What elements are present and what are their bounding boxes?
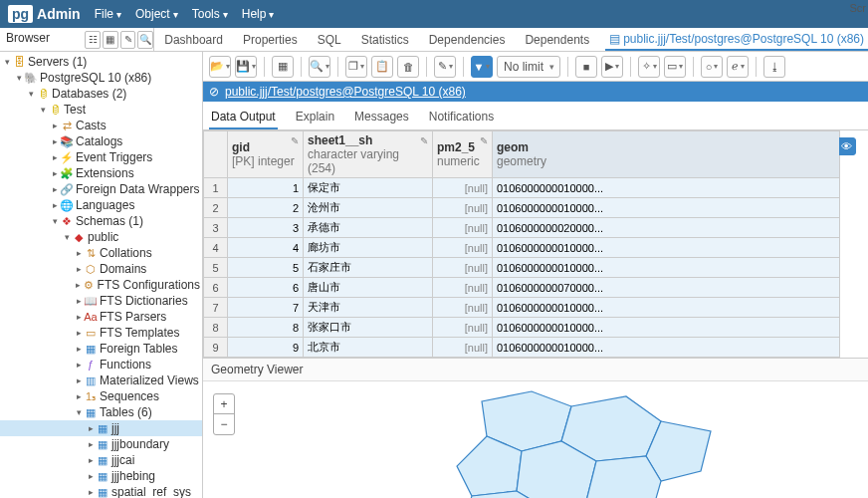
tree-fts-conf[interactable]: ▸⚙FTS Configurations (0, 277, 202, 293)
cell-geom[interactable]: 0106000000010000... (493, 238, 840, 258)
col-geom[interactable]: geomgeometry (493, 131, 840, 178)
tree-script-icon[interactable]: ✎ (120, 31, 136, 49)
execute-button[interactable]: ▶ (601, 56, 623, 78)
paste-button[interactable]: 📋 (371, 56, 393, 78)
table-row[interactable]: 33承德市[null]0106000000020000... (204, 218, 840, 238)
cell-pm25[interactable]: [null] (433, 218, 493, 238)
tree-casts[interactable]: ▸⇄Casts (0, 118, 202, 133)
cell-rownum[interactable]: 6 (204, 278, 228, 298)
cell-gid[interactable]: 7 (228, 298, 304, 318)
rtab-data-output[interactable]: Data Output (209, 106, 278, 129)
cell-pm25[interactable]: [null] (433, 238, 493, 258)
cell-gid[interactable]: 4 (228, 238, 304, 258)
tree-db-test[interactable]: ▾🛢Test (0, 102, 202, 118)
tree-tables[interactable]: ▾▦Tables (6) (0, 404, 202, 420)
cell-gid[interactable]: 9 (228, 338, 304, 358)
cell-pm25[interactable]: [null] (433, 318, 493, 338)
cell-pm25[interactable]: [null] (433, 298, 493, 318)
table-row[interactable]: 11保定市[null]0106000000010000... (204, 178, 840, 198)
tree-fts-templates[interactable]: ▸▭FTS Templates (0, 325, 202, 341)
cell-gid[interactable]: 1 (228, 178, 304, 198)
tree-grid-icon[interactable]: ▦ (103, 31, 118, 49)
cell-rownum[interactable]: 9 (204, 338, 228, 358)
tree-databases[interactable]: ▾🛢Databases (2) (0, 86, 202, 102)
cell-rownum[interactable]: 5 (204, 258, 228, 278)
cell-rownum[interactable]: 7 (204, 298, 228, 318)
tree-table-jjjcai[interactable]: ▸▦jjjcai (0, 452, 202, 468)
cell-rownum[interactable]: 2 (204, 198, 228, 218)
tree-mat-views[interactable]: ▸▥Materialized Views (0, 373, 202, 388)
tree-table-jjjhebing[interactable]: ▸▦jjjhebing (0, 468, 202, 484)
table-row[interactable]: 66唐山市[null]0106000000070000... (204, 278, 840, 298)
cell-gid[interactable]: 6 (228, 278, 304, 298)
data-grid[interactable]: ✎gid[PK] integer ✎sheet1__shcharacter va… (203, 130, 840, 358)
menu-file[interactable]: File▾ (95, 7, 121, 21)
row-limit-select[interactable]: No limit (497, 56, 560, 78)
cell-pm25[interactable]: [null] (433, 278, 493, 298)
cell-geom[interactable]: 0106000000010000... (493, 338, 840, 358)
cell-pm25[interactable]: [null] (433, 178, 493, 198)
commit-button[interactable]: ▭ (664, 56, 686, 78)
delete-button[interactable]: 🗑 (397, 56, 419, 78)
tree-event-triggers[interactable]: ▸⚡Event Triggers (0, 149, 202, 165)
tab-query-editor[interactable]: ▤public.jjj/Test/postgres@PostgreSQL 10 … (605, 29, 868, 51)
tree-schemas[interactable]: ▾❖Schemas (1) (0, 213, 202, 229)
copy-button[interactable]: ▦ (272, 56, 294, 78)
filter-button[interactable]: ▼ (471, 56, 493, 78)
col-pm25[interactable]: ✎pm2_5numeric (433, 131, 493, 178)
tree-functions[interactable]: ▸ƒFunctions (0, 357, 202, 373)
connection-bar[interactable]: ⊘ public.jjj/Test/postgres@PostgreSQL 10… (203, 82, 868, 102)
clear-button[interactable]: ℯ (727, 56, 749, 78)
menu-tools[interactable]: Tools▾ (192, 7, 228, 21)
rtab-notifications[interactable]: Notifications (427, 106, 496, 129)
cell-geom[interactable]: 0106000000070000... (493, 278, 840, 298)
table-row[interactable]: 77天津市[null]0106000000010000... (204, 298, 840, 318)
cell-pm25[interactable]: [null] (433, 198, 493, 218)
cell-sh[interactable]: 天津市 (304, 298, 433, 318)
tree-server[interactable]: ▾🐘PostgreSQL 10 (x86) (0, 70, 202, 86)
table-row[interactable]: 22沧州市[null]0106000000010000... (204, 198, 840, 218)
save-button[interactable]: 💾 (235, 56, 257, 78)
cell-sh[interactable]: 北京市 (304, 338, 433, 358)
cell-rownum[interactable]: 1 (204, 178, 228, 198)
cell-sh[interactable]: 张家口市 (304, 318, 433, 338)
cell-geom[interactable]: 0106000000010000... (493, 318, 840, 338)
tree-collations[interactable]: ▸⇅Collations (0, 245, 202, 261)
geometry-map[interactable]: + − (203, 381, 868, 498)
cell-geom[interactable]: 0106000000010000... (493, 258, 840, 278)
tree-domains[interactable]: ▸⬡Domains (0, 261, 202, 277)
tab-dependents[interactable]: Dependents (521, 30, 593, 50)
stop-button[interactable]: ■ (575, 56, 597, 78)
tree-catalogs[interactable]: ▸📚Catalogs (0, 133, 202, 149)
col-gid[interactable]: ✎gid[PK] integer (228, 131, 304, 178)
rtab-messages[interactable]: Messages (352, 106, 411, 129)
object-browser[interactable]: ▾🗄Servers (1) ▾🐘PostgreSQL 10 (x86) ▾🛢Da… (0, 52, 203, 498)
tab-statistics[interactable]: Statistics (357, 30, 413, 50)
menu-help[interactable]: Help▾ (242, 7, 275, 21)
tree-fdw[interactable]: ▸🔗Foreign Data Wrappers (0, 181, 202, 197)
tree-search-icon[interactable]: 🔍 (137, 31, 153, 49)
download-button[interactable]: ⭳ (763, 56, 785, 78)
tree-languages[interactable]: ▸🌐Languages (0, 197, 202, 213)
cell-geom[interactable]: 0106000000010000... (493, 178, 840, 198)
cell-rownum[interactable]: 8 (204, 318, 228, 338)
zoom-out-button[interactable]: − (214, 414, 234, 434)
edit-button[interactable]: ✎ (434, 56, 456, 78)
table-row[interactable]: 44廊坊市[null]0106000000010000... (204, 238, 840, 258)
tree-table-jjj[interactable]: ▸▦jjj (0, 420, 202, 436)
cancel-icon[interactable]: ⊘ (209, 85, 219, 99)
auto-commit-button[interactable]: ○ (701, 56, 723, 78)
history-button[interactable]: ❐ (345, 56, 367, 78)
cell-rownum[interactable]: 3 (204, 218, 228, 238)
cell-pm25[interactable]: [null] (433, 258, 493, 278)
cell-gid[interactable]: 3 (228, 218, 304, 238)
tab-sql[interactable]: SQL (314, 30, 345, 50)
cell-sh[interactable]: 沧州市 (304, 198, 433, 218)
col-rownum[interactable] (204, 131, 228, 178)
cell-sh[interactable]: 承德市 (304, 218, 433, 238)
tab-dependencies[interactable]: Dependencies (425, 30, 510, 50)
tree-sequences[interactable]: ▸1₃Sequences (0, 388, 202, 404)
explain-button[interactable]: ✧ (638, 56, 660, 78)
cell-sh[interactable]: 唐山市 (304, 278, 433, 298)
col-sheet1-sh[interactable]: ✎sheet1__shcharacter varying (254) (304, 131, 433, 178)
